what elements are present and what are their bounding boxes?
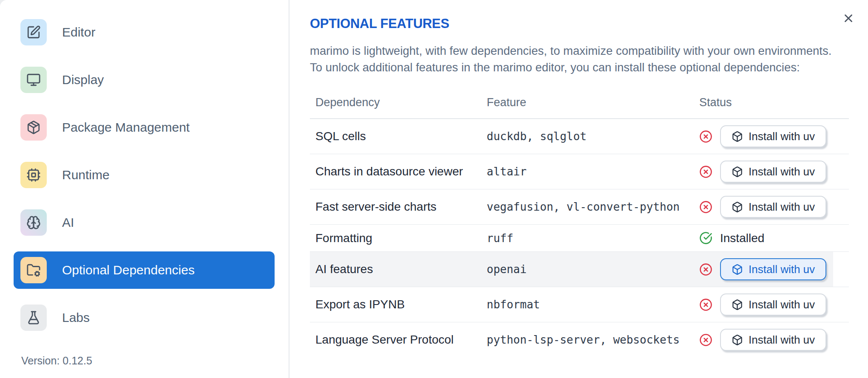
sidebar-icon-box [20,305,47,331]
description-line-1: marimo is lightweight, with few dependen… [310,44,831,57]
sidebar-item-display[interactable]: Display [14,61,275,99]
feature-cell: duckdb, sqlglot [487,130,699,143]
flask-icon [26,310,41,325]
settings-dialog: Editor Display Package Management Runtim… [0,0,868,378]
circle-x-icon [699,263,712,276]
install-button-label: Install with uv [749,333,815,347]
sidebar-item-label: Package Management [62,120,190,135]
settings-sidebar: Editor Display Package Management Runtim… [0,0,289,378]
install-button-label: Install with uv [749,165,815,178]
dependency-cell: SQL cells [310,130,487,143]
folder-cog-icon [26,263,41,277]
table-header-row: Dependency Feature Status [310,87,849,119]
box-icon [732,334,743,346]
dependencies-table: Dependency Feature Status SQL cells duck… [310,87,849,357]
table-row-ai-features: AI features openai Install with uv [310,252,849,287]
install-button-label: Install with uv [749,263,815,276]
description-line-2: To unlock additional features in the mar… [310,61,800,74]
sidebar-item-label: Display [62,73,104,87]
circle-x-icon [699,130,712,143]
optional-features-panel: OPTIONAL FEATURES marimo is lightweight,… [289,0,868,378]
box-icon [732,299,743,310]
table-row-formatting: Formatting ruff Installed [310,225,849,252]
status-cell: Install with uv [699,189,849,224]
column-header-status: Status [699,96,849,109]
dependency-cell: Language Server Protocol [310,333,487,347]
install-button-label: Install with uv [749,298,815,311]
table-row-fast-server-side-charts: Fast server-side charts vegafusion, vl-c… [310,189,849,225]
feature-cell: python-lsp-server, websockets [487,333,699,346]
table-row-language-server-protocol: Language Server Protocol python-lsp-serv… [310,322,849,357]
column-header-feature: Feature [487,96,699,109]
install-with-uv-button[interactable]: Install with uv [720,196,826,218]
column-header-dependency: Dependency [310,96,487,109]
circle-x-icon [699,200,712,214]
dependency-cell: Fast server-side charts [310,200,487,214]
status-cell: Install with uv [699,252,849,287]
box-icon [732,201,743,213]
dependency-cell: Formatting [310,231,487,245]
close-button[interactable] [839,9,858,28]
status-cell: Install with uv [699,119,849,154]
sidebar-item-runtime[interactable]: Runtime [14,156,275,194]
table-body: SQL cells duckdb, sqlglot Install with u… [310,119,849,357]
install-with-uv-button[interactable]: Install with uv [720,258,826,280]
feature-cell: nbformat [487,298,699,311]
square-pen-icon [26,25,41,39]
close-icon [842,12,855,25]
table-row-sql-cells: SQL cells duckdb, sqlglot Install with u… [310,119,849,154]
install-with-uv-button[interactable]: Install with uv [720,293,826,316]
cpu-icon [26,168,41,182]
sidebar-item-label: Labs [62,310,90,325]
status-cell: Installed [699,225,849,251]
dependency-cell: AI features [310,262,487,276]
sidebar-icon-box [20,162,47,188]
feature-cell: ruff [487,232,699,245]
description: marimo is lightweight, with few dependen… [310,42,868,76]
status-cell: Install with uv [699,322,849,357]
circle-check-icon [699,231,712,245]
sidebar-item-ai[interactable]: AI [14,204,275,241]
status-installed-label: Installed [720,231,764,245]
install-button-label: Install with uv [749,200,815,214]
brain-icon [26,215,41,230]
sidebar-icon-box [20,114,47,141]
box-icon [732,264,743,275]
dependency-cell: Charts in datasource viewer [310,165,487,178]
install-button-label: Install with uv [749,130,815,143]
feature-cell: vegafusion, vl-convert-python [487,200,699,213]
package-icon [26,120,41,135]
circle-x-icon [699,298,712,311]
status-cell: Install with uv [699,154,849,189]
table-row-charts-in-datasource-viewer: Charts in datasource viewer altair Insta… [310,154,849,189]
circle-x-icon [699,165,712,178]
feature-cell: openai [487,263,699,276]
version-label: Version: 0.12.5 [21,355,289,367]
circle-x-icon [699,333,712,347]
page-title: OPTIONAL FEATURES [310,16,868,31]
sidebar-item-label: AI [62,215,74,230]
sidebar-icon-box [20,257,47,283]
sidebar-item-editor[interactable]: Editor [14,14,275,51]
sidebar-item-label: Editor [62,25,95,39]
sidebar-item-optional-dependencies[interactable]: Optional Dependencies [14,251,275,289]
sidebar-icon-box [20,19,47,45]
sidebar-icon-box [20,67,47,93]
dependency-cell: Export as IPYNB [310,298,487,311]
sidebar-item-label: Runtime [62,168,110,182]
table-row-export-as-ipynb: Export as IPYNB nbformat Install with uv [310,287,849,322]
sidebar-icon-box [20,209,47,236]
install-with-uv-button[interactable]: Install with uv [720,125,826,147]
install-with-uv-button[interactable]: Install with uv [720,161,826,183]
sidebar-nav: Editor Display Package Management Runtim… [0,14,289,347]
sidebar-item-labs[interactable]: Labs [14,299,275,336]
box-icon [732,131,743,142]
sidebar-item-package-management[interactable]: Package Management [14,109,275,146]
box-icon [732,166,743,178]
install-with-uv-button[interactable]: Install with uv [720,329,826,351]
monitor-icon [26,73,41,87]
feature-cell: altair [487,165,699,178]
status-cell: Install with uv [699,287,849,322]
sidebar-item-label: Optional Dependencies [62,263,195,277]
